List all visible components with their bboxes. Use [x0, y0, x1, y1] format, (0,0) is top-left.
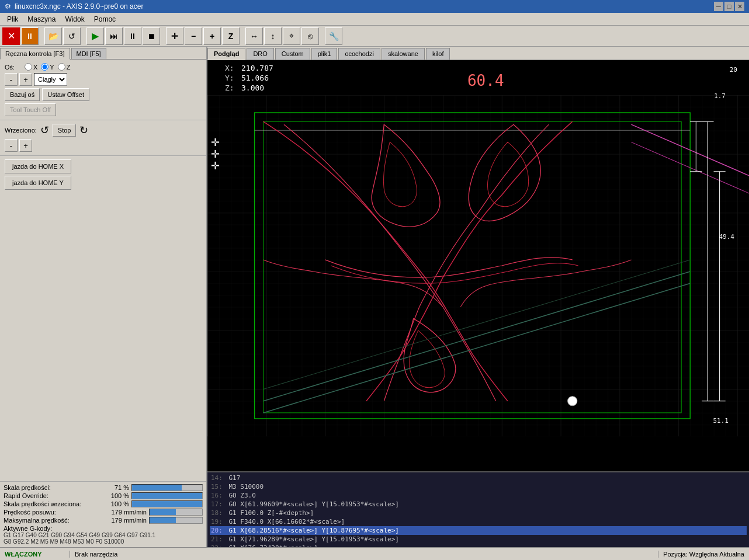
title-left: ⚙ linuxcnc3x.ngc - AXIS 2.9.0~pre0 on ac…	[5, 2, 143, 11]
viz-svg	[207, 60, 749, 471]
coord-z-label: Z:	[225, 84, 237, 92]
home-y-btn[interactable]: jazda do HOME Y	[5, 176, 71, 190]
statusbar: WŁĄCZONY Brak narzędzia Pozycja: Względn…	[0, 547, 749, 560]
plus-btn[interactable]: +	[203, 27, 221, 45]
spindle-cw-icon[interactable]: ↻	[79, 124, 88, 137]
spindle-plus-btn[interactable]: +	[19, 139, 32, 152]
stop-emergency-btn[interactable]: ✕	[2, 27, 20, 45]
touchoff-btn[interactable]: ✛	[166, 27, 183, 45]
close-btn[interactable]: ✕	[735, 2, 744, 11]
gcode-line-14: 14: G17	[210, 474, 747, 482]
jog-a-btn[interactable]: ⎋	[301, 27, 319, 45]
spindle-scale-row: Skala prędkości wrzeciona: 100 %	[4, 500, 203, 507]
minimize-btn[interactable]: ─	[714, 2, 723, 11]
home-x-btn[interactable]: jazda do HOME X	[5, 159, 71, 173]
rapid-override-row: Rapid Override: 100 %	[4, 492, 203, 499]
max-speed-value: 179 mm/min	[100, 517, 147, 524]
ustaw-offset-btn[interactable]: Ustaw Offset	[42, 88, 89, 101]
tab-dro[interactable]: DRO	[247, 48, 273, 60]
coord-y-label: Y:	[225, 74, 237, 82]
tab-custom[interactable]: Custom	[275, 48, 310, 60]
rapid-override-bar[interactable]	[131, 492, 203, 499]
axis-label: Oś:	[5, 64, 21, 71]
rapid-override-label: Rapid Override:	[4, 492, 100, 499]
move-cursor-down: ✛	[211, 159, 220, 172]
tab-mdi[interactable]: MDI [F5]	[71, 48, 106, 59]
move-cursor-mid: ✛	[211, 148, 220, 161]
menu-plik[interactable]: Plik	[2, 14, 23, 25]
coord-x-label: X:	[225, 64, 237, 72]
rapid-override-value: 100 %	[100, 492, 129, 499]
left-panel: Ręczna kontrola [F3] MDI [F5] Oś: X Y Z …	[0, 47, 207, 547]
move-cursor-up: ✛	[211, 136, 220, 149]
menubar: Plik Maszyna Widok Pomoc	[0, 13, 749, 26]
tab-manual-control[interactable]: Ręczna kontrola [F3]	[0, 48, 70, 60]
speed-scale-bar[interactable]	[131, 484, 203, 491]
gcode-line-19: 19: G1 F340.0 X[66.16602*#<scale>]	[210, 517, 747, 526]
menu-pomoc[interactable]: Pomoc	[89, 14, 120, 25]
coords-display: X: 210.787 Y: 51.066 Z: 3.000	[225, 64, 288, 93]
minus-btn[interactable]: −	[185, 27, 202, 45]
feed-rate-label: Prędkość posuwu:	[4, 509, 100, 516]
bazuj-os-btn[interactable]: Bazuj oś	[5, 88, 40, 101]
tool-touch-off-btn[interactable]: Tool Touch Off	[5, 103, 56, 116]
spindle-ccw-icon[interactable]: ↺	[40, 124, 49, 137]
jog-plus-btn[interactable]: +	[19, 73, 32, 86]
title-controls[interactable]: ─ □ ✕	[714, 2, 744, 11]
gcode-line2: G8 G92.2 M2 M5 M9 M48 M53 M0 F0 S10000	[4, 538, 203, 545]
radio-z[interactable]: Z	[58, 63, 71, 71]
spindle-scale-bar[interactable]	[131, 500, 203, 507]
titlebar: ⚙ linuxcnc3x.ngc - AXIS 2.9.0~pre0 on ac…	[0, 0, 749, 13]
home-section: jazda do HOME X jazda do HOME Y	[0, 156, 206, 193]
menu-maszyna[interactable]: Maszyna	[23, 14, 60, 25]
gcode-label: Aktywne G-kody:	[4, 525, 203, 532]
jog-mode-dropdown[interactable]: Ciągły 0.001 0.01 0.1 1	[34, 73, 67, 86]
feed-rate-row: Prędkość posuwu: 179 mm/min	[4, 509, 203, 516]
feed-rate-value: 179 mm/min	[100, 509, 147, 516]
max-speed-label: Maksymalna prędkość:	[4, 517, 100, 524]
z-home-btn[interactable]: Z	[222, 27, 240, 45]
stop-btn[interactable]: ⏹	[143, 27, 160, 45]
jog-z-btn[interactable]: ⌖	[283, 27, 300, 45]
radio-x[interactable]: X	[25, 63, 37, 71]
speed-scale-row: Skala prędkości: 71 %	[4, 484, 203, 491]
jog-y-btn[interactable]: ↕	[264, 27, 282, 45]
reload-file-btn[interactable]: ↺	[63, 27, 81, 45]
tab-podglad[interactable]: Podgląd	[207, 48, 245, 60]
maximize-btn[interactable]: □	[724, 2, 734, 11]
feed-rate-bar[interactable]	[149, 509, 203, 516]
menu-widok[interactable]: Widok	[60, 14, 89, 25]
gcode-line-17: 17: GO X[61.99609*#<scale>] Y[15.01953*#…	[210, 500, 747, 509]
gcode-line-16: 16: GO Z3.0	[210, 491, 747, 500]
toolbar: ✕ ⏸ 📂 ↺ ▶ ⏭ ⏸ ⏹ ✛ − + Z ↔ ↕ ⌖ ⎋ 🔧	[0, 26, 749, 47]
open-file-btn[interactable]: 📂	[44, 27, 62, 45]
status-section: Skala prędkości: 71 % Rapid Override: 10…	[0, 481, 206, 547]
speed-scale-value: 71 %	[100, 484, 129, 491]
tab-kilof[interactable]: kilof	[426, 48, 450, 60]
svg-rect-1	[207, 95, 749, 436]
jog-minus-btn[interactable]: -	[5, 73, 18, 86]
max-speed-bar[interactable]	[149, 517, 203, 524]
tab-plik1[interactable]: plik1	[311, 48, 338, 60]
tab-ocochodzi[interactable]: ocochodzi	[338, 48, 380, 60]
jog-x-btn[interactable]: ↔	[245, 27, 263, 45]
canvas-area[interactable]: ✛ ✛ ✛ X: 210.787 Y: 51.066 Z: 3.000 60	[207, 60, 749, 471]
status-position-mode: Pozycja: Względna Aktualna	[658, 551, 749, 558]
step-fwd-btn[interactable]: ⏭	[105, 27, 123, 45]
max-speed-row: Maksymalna prędkość: 179 mm/min	[4, 517, 203, 524]
status-machine-state: WŁĄCZONY	[0, 551, 70, 558]
tool-btn[interactable]: 🔧	[325, 27, 342, 45]
status-tool-info: Brak narzędzia	[70, 551, 658, 558]
coord-z-value: 3.000	[241, 84, 288, 92]
run-btn[interactable]: ▶	[86, 27, 104, 45]
pause-btn[interactable]: ⏸	[124, 27, 141, 45]
tab-skalowane[interactable]: skalowane	[382, 48, 425, 60]
radio-y[interactable]: Y	[41, 63, 54, 71]
gcode-line1: G1 G17 G40 G21 G90 G94 G54 G49 G99 G64 G…	[4, 532, 203, 538]
svg-point-10	[568, 396, 577, 406]
gcode-panel[interactable]: 14: G17 15: M3 S10000 16: GO Z3.0 17: GO…	[207, 471, 749, 547]
gcode-line-18: 18: G1 F100.0 Z[-#<depth>]	[210, 509, 747, 517]
spindle-stop-btn[interactable]: Stop	[53, 124, 77, 137]
spindle-minus-btn[interactable]: -	[5, 139, 18, 152]
pause-indicator-btn[interactable]: ⏸	[21, 27, 39, 45]
